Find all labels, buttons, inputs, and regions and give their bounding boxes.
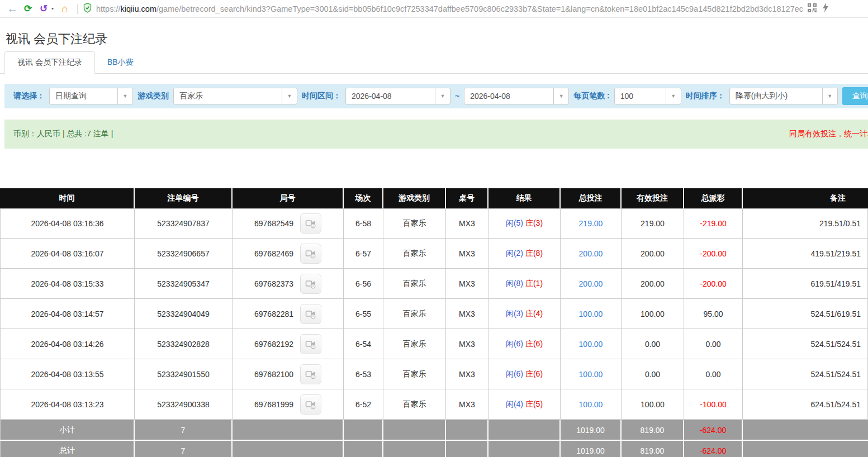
cell-time: 2026-04-08 03:13:55 [0, 359, 135, 389]
cell-valid-bet: 219.00 [622, 208, 684, 239]
cell-payout: -200.00 [684, 269, 743, 299]
sort-select[interactable]: 降幂(由大到小) ▼ [729, 88, 838, 104]
lightning-icon[interactable] [822, 3, 829, 15]
total-label: 总计 [0, 441, 135, 457]
undo-icon[interactable]: ↺ [36, 2, 51, 16]
game-type-value: 百家乐 [174, 91, 282, 101]
cell-time: 2026-04-08 03:16:36 [0, 208, 135, 239]
currency-summary-text: 币别：人民币 | 总共 :7 注单 | [13, 129, 113, 139]
cell-valid-bet: 0.00 [622, 329, 684, 359]
cell-game: 百家乐 [383, 359, 446, 389]
total-row: 总计 7 1019.00 819.00 -624.00 [0, 441, 868, 457]
sort-value: 降幂(由大到小) [730, 91, 822, 101]
video-replay-button[interactable] [300, 394, 321, 415]
home-icon[interactable]: ⌂ [57, 2, 73, 16]
game-type-select[interactable]: 百家乐 ▼ [173, 88, 297, 104]
url-host: kiqiiu.com [121, 4, 156, 13]
date-to-picker[interactable]: 2026-04-08 ▼ [464, 88, 569, 104]
subtotal-valid-bet: 819.00 [622, 420, 684, 441]
cell-round: 697682469 [233, 239, 344, 269]
page-size-label: 每页笔数 : [573, 91, 610, 101]
security-shield-icon [83, 3, 92, 15]
cell-table-no: MX3 [446, 299, 488, 329]
filter-bar: 请选择： 日期查询 ▼ 游戏类别 百家乐 ▼ 时间区间： 2026-04-08 … [4, 84, 868, 108]
result-player: 闲(2) [506, 249, 523, 258]
refresh-icon[interactable]: ⟳ [20, 2, 36, 16]
cell-total-bet: 219.00 [561, 208, 622, 239]
tab-bet-records[interactable]: 视讯 会员下注纪录 [4, 51, 95, 74]
cell-total-bet: 100.00 [561, 359, 622, 389]
cell-bet-id: 523324901550 [135, 359, 233, 389]
cell-result: 闲(6) 庄(6) [488, 359, 561, 389]
query-type-value: 日期查询 [50, 91, 117, 101]
cell-table-no: MX3 [446, 208, 488, 239]
table-row: 2026-04-08 03:14:26 523324902828 6976821… [0, 329, 868, 359]
round-number: 697682469 [254, 249, 293, 258]
cell-session: 6-53 [344, 359, 383, 389]
video-replay-button[interactable] [300, 274, 321, 294]
cell-table-no: MX3 [446, 389, 488, 420]
video-replay-button[interactable] [300, 334, 321, 354]
qr-code-icon[interactable] [808, 3, 817, 15]
col-remark: 备注 [743, 188, 868, 208]
col-time: 时间 [0, 188, 135, 208]
result-banker: 庄(1) [525, 279, 543, 288]
video-replay-button[interactable] [300, 364, 321, 384]
cell-result: 闲(6) 庄(6) [488, 329, 561, 359]
cell-bet-id: 523324902828 [135, 329, 233, 359]
cell-table-no: MX3 [446, 359, 488, 389]
back-icon[interactable]: ← [4, 2, 20, 16]
cell-total-bet: 100.00 [561, 389, 622, 420]
cell-game: 百家乐 [383, 329, 446, 359]
result-player: 闲(4) [506, 399, 523, 408]
cell-valid-bet: 200.00 [622, 269, 684, 299]
video-replay-button[interactable] [300, 304, 321, 324]
cell-remark: 219.51/0.51 [743, 208, 868, 239]
subtotal-payout: -624.00 [684, 420, 743, 441]
col-table-no: 桌号 [446, 188, 488, 208]
date-to-value: 2026-04-08 [464, 92, 553, 101]
undo-dropdown-icon[interactable]: ▾ [51, 6, 57, 11]
summary-bar: 币别：人民币 | 总共 :7 注单 | 同局有效投注，统一计算在该局 [4, 120, 868, 149]
cell-round: 697682100 [233, 359, 344, 389]
result-banker: 庄(6) [525, 339, 543, 348]
cell-game: 百家乐 [383, 389, 446, 420]
date-from-picker[interactable]: 2026-04-08 ▼ [345, 88, 450, 104]
url-scheme: https:// [96, 4, 121, 13]
result-player: 闲(3) [506, 309, 523, 318]
total-payout: -624.00 [684, 441, 743, 457]
cell-time: 2026-04-08 03:14:26 [0, 329, 135, 359]
table-row: 2026-04-08 03:13:55 523324901550 6976821… [0, 359, 868, 389]
cell-round: 697682373 [233, 269, 344, 299]
result-player: 闲(8) [506, 279, 523, 288]
result-banker: 庄(6) [525, 369, 543, 378]
tab-bb-tips[interactable]: BB小费 [95, 52, 146, 73]
cell-session: 6-55 [344, 299, 383, 329]
chevron-down-icon: ▼ [435, 88, 450, 104]
cell-total-bet: 100.00 [561, 329, 622, 359]
col-session: 场次 [344, 188, 383, 208]
page-size-select[interactable]: 100 ▼ [614, 88, 681, 104]
cell-payout: 95.00 [684, 299, 743, 329]
col-result: 结果 [488, 188, 561, 208]
round-number: 697682100 [254, 370, 293, 379]
cell-valid-bet: 100.00 [622, 389, 684, 420]
video-replay-button[interactable] [300, 213, 321, 234]
video-replay-button[interactable] [300, 244, 321, 264]
query-type-select[interactable]: 日期查询 ▼ [49, 88, 133, 104]
cell-valid-bet: 0.00 [622, 359, 684, 389]
cell-payout: -100.00 [684, 389, 743, 420]
cell-remark: 619.51/419.51 [743, 269, 868, 299]
cell-game: 百家乐 [383, 269, 446, 299]
tab-bar: 视讯 会员下注纪录 BB小费 [0, 52, 868, 74]
page-title: 视讯 会员下注纪录 [6, 31, 868, 45]
chevron-down-icon: ▼ [117, 88, 132, 104]
chevron-down-icon: ▼ [822, 88, 837, 104]
round-number: 697682549 [254, 219, 293, 228]
search-button[interactable]: 查询 [842, 87, 868, 105]
cell-payout: 0.00 [684, 329, 743, 359]
cell-time: 2026-04-08 03:15:33 [0, 269, 135, 299]
address-bar[interactable]: https://kiqiiu.com/game/betrecord_search… [82, 3, 864, 15]
chevron-down-icon: ▼ [666, 88, 681, 104]
col-payout: 总派彩 [684, 188, 743, 208]
